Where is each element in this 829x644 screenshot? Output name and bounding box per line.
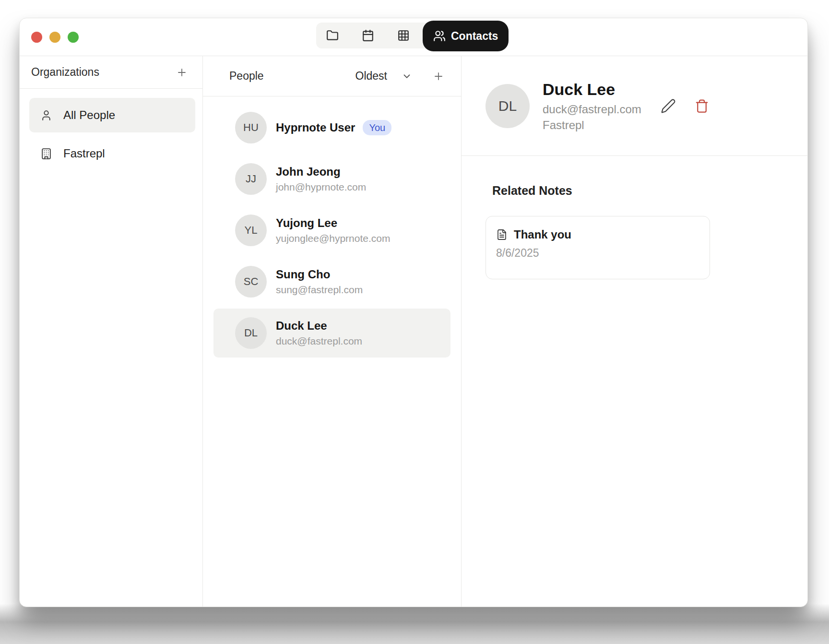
delete-contact-button[interactable]: [694, 98, 710, 114]
person-row-sung-cho[interactable]: SC Sung Cho sung@fastrepl.com: [213, 257, 450, 306]
sidebar-title: Organizations: [31, 66, 99, 79]
avatar: DL: [486, 84, 530, 128]
sort-dropdown[interactable]: Oldest: [355, 70, 412, 83]
building-icon: [40, 148, 52, 160]
avatar: DL: [235, 317, 267, 349]
people-panel: People Oldest HU: [203, 56, 462, 607]
person-row-duck-lee[interactable]: DL Duck Lee duck@fastrepl.com: [213, 309, 450, 358]
sidebar-items: All People Fastrepl: [20, 89, 202, 171]
avatar: HU: [235, 112, 267, 143]
contact-email: duck@fastrepl.com: [543, 102, 641, 117]
traffic-lights: [31, 18, 79, 56]
avatar: SC: [235, 266, 267, 298]
person-name: John Jeong: [276, 165, 341, 179]
sidebar-header: Organizations: [20, 56, 202, 89]
avatar: JJ: [235, 163, 267, 195]
titlebar: Contacts: [20, 18, 807, 56]
note-card[interactable]: Thank you 8/6/2025: [486, 216, 710, 279]
plus-icon: [433, 71, 444, 82]
contact-name: Duck Lee: [543, 80, 641, 99]
table-view-button[interactable]: [397, 29, 410, 42]
minimize-button[interactable]: [49, 32, 60, 43]
table-icon: [397, 29, 410, 42]
people-header: People Oldest: [203, 56, 461, 96]
add-person-button[interactable]: [431, 69, 446, 83]
person-row-john-jeong[interactable]: JJ John Jeong john@hyprnote.com: [213, 155, 450, 203]
add-organization-button[interactable]: [175, 65, 189, 80]
close-button[interactable]: [31, 32, 42, 43]
note-title: Thank you: [514, 228, 571, 241]
people-title: People: [229, 70, 264, 83]
zoom-button[interactable]: [68, 32, 79, 43]
user-icon: [40, 109, 52, 121]
contacts-tab-button[interactable]: Contacts: [423, 21, 509, 51]
organizations-sidebar: Organizations All People: [20, 56, 203, 607]
person-email: sung@fastrepl.com: [276, 284, 363, 296]
sort-selected-value: Oldest: [355, 70, 387, 83]
people-list: HU Hyprnote User You JJ John Jeong: [203, 96, 461, 360]
contact-detail-panel: DL Duck Lee duck@fastrepl.com Fastrepl: [462, 56, 807, 607]
you-badge: You: [363, 120, 391, 135]
note-date: 8/6/2025: [496, 247, 698, 260]
sidebar-item-label: All People: [63, 108, 115, 122]
person-email: yujonglee@hyprnote.com: [276, 232, 390, 245]
contact-actions: [660, 98, 710, 114]
calendar-view-button[interactable]: [361, 29, 375, 42]
person-row-hyprnote-user[interactable]: HU Hyprnote User You: [213, 103, 450, 152]
contacts-tab-label: Contacts: [451, 30, 498, 43]
person-name: Hyprnote User: [276, 120, 355, 135]
person-email: duck@fastrepl.com: [276, 335, 362, 347]
trash-icon: [695, 99, 709, 113]
person-name: Sung Cho: [276, 267, 330, 282]
chevron-down-icon: [402, 71, 412, 82]
calendar-icon: [362, 29, 374, 42]
related-notes-title: Related Notes: [492, 184, 710, 198]
related-notes-section: Related Notes Thank you 8/6/2025: [462, 156, 807, 279]
document-icon: [496, 229, 508, 240]
contact-detail-header: DL Duck Lee duck@fastrepl.com Fastrepl: [462, 56, 807, 156]
person-row-yujong-lee[interactable]: YL Yujong Lee yujonglee@hyprnote.com: [213, 206, 450, 255]
person-email: john@hyprnote.com: [276, 181, 366, 193]
pencil-icon: [661, 98, 676, 114]
folder-icon: [326, 29, 339, 42]
plus-icon: [176, 67, 188, 78]
main-content: Organizations All People: [20, 56, 807, 607]
notes-view-button[interactable]: [326, 29, 339, 42]
avatar: YL: [235, 215, 267, 246]
users-icon: [433, 30, 446, 42]
person-name: Duck Lee: [276, 319, 327, 333]
sidebar-item-all-people[interactable]: All People: [29, 98, 195, 132]
person-name: Yujong Lee: [276, 216, 337, 230]
edit-contact-button[interactable]: [660, 98, 676, 114]
app-window: Contacts Organizations All People: [19, 18, 808, 607]
contact-organization: Fastrepl: [543, 118, 641, 132]
sidebar-item-label: Fastrepl: [63, 147, 105, 160]
sidebar-item-fastrepl[interactable]: Fastrepl: [29, 136, 195, 171]
